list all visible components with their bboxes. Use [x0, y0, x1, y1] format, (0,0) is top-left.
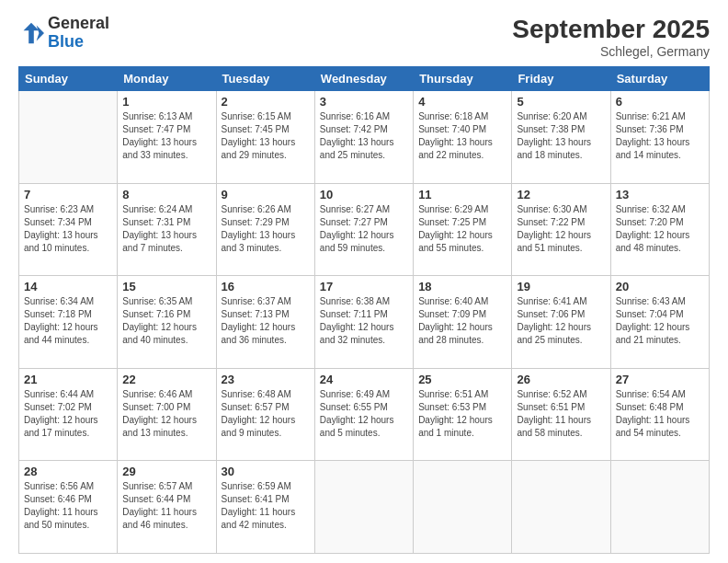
day-number: 13 [616, 188, 704, 201]
weekday-tuesday: Tuesday [216, 67, 314, 91]
calendar-cell: 2Sunrise: 6:15 AMSunset: 7:45 PMDaylight… [216, 91, 314, 184]
logo-blue: Blue [48, 32, 84, 51]
day-number: 29 [122, 465, 210, 478]
day-number: 20 [616, 280, 704, 293]
day-info: Sunrise: 6:41 AMSunset: 7:06 PMDaylight:… [517, 295, 605, 347]
calendar-cell: 20Sunrise: 6:43 AMSunset: 7:04 PMDayligh… [610, 276, 709, 369]
calendar-cell: 25Sunrise: 6:51 AMSunset: 6:53 PMDayligh… [414, 368, 512, 461]
calendar-cell: 9Sunrise: 6:26 AMSunset: 7:29 PMDaylight… [216, 183, 314, 276]
weekday-sunday: Sunday [19, 67, 118, 91]
weekday-thursday: Thursday [414, 67, 512, 91]
day-info: Sunrise: 6:13 AMSunset: 7:47 PMDaylight:… [122, 110, 210, 162]
calendar-cell [414, 461, 512, 554]
day-number: 25 [418, 373, 506, 386]
day-info: Sunrise: 6:57 AMSunset: 6:44 PMDaylight:… [122, 480, 210, 532]
day-number: 18 [418, 280, 506, 293]
calendar-cell: 7Sunrise: 6:23 AMSunset: 7:34 PMDaylight… [19, 183, 118, 276]
day-info: Sunrise: 6:30 AMSunset: 7:22 PMDaylight:… [517, 203, 605, 255]
calendar-cell: 5Sunrise: 6:20 AMSunset: 7:38 PMDaylight… [512, 91, 610, 184]
day-info: Sunrise: 6:56 AMSunset: 6:46 PMDaylight:… [24, 480, 112, 532]
day-number: 28 [24, 465, 112, 478]
logo: General Blue [18, 15, 109, 52]
day-info: Sunrise: 6:43 AMSunset: 7:04 PMDaylight:… [616, 295, 704, 347]
day-info: Sunrise: 6:18 AMSunset: 7:40 PMDaylight:… [418, 110, 506, 162]
day-info: Sunrise: 6:16 AMSunset: 7:42 PMDaylight:… [320, 110, 408, 162]
day-number: 14 [24, 280, 112, 293]
calendar-table: SundayMondayTuesdayWednesdayThursdayFrid… [18, 66, 710, 554]
day-info: Sunrise: 6:27 AMSunset: 7:27 PMDaylight:… [320, 203, 408, 255]
day-info: Sunrise: 6:32 AMSunset: 7:20 PMDaylight:… [616, 203, 704, 255]
day-info: Sunrise: 6:23 AMSunset: 7:34 PMDaylight:… [24, 203, 112, 255]
day-info: Sunrise: 6:59 AMSunset: 6:41 PMDaylight:… [222, 480, 310, 532]
day-info: Sunrise: 6:29 AMSunset: 7:25 PMDaylight:… [418, 203, 506, 255]
day-number: 10 [320, 188, 408, 201]
day-info: Sunrise: 6:54 AMSunset: 6:48 PMDaylight:… [616, 388, 704, 440]
day-number: 9 [222, 188, 310, 201]
day-number: 19 [517, 280, 605, 293]
day-info: Sunrise: 6:37 AMSunset: 7:13 PMDaylight:… [222, 295, 310, 347]
calendar-cell: 19Sunrise: 6:41 AMSunset: 7:06 PMDayligh… [512, 276, 610, 369]
weekday-saturday: Saturday [610, 67, 709, 91]
day-info: Sunrise: 6:21 AMSunset: 7:36 PMDaylight:… [616, 110, 704, 162]
calendar-week-1: 1Sunrise: 6:13 AMSunset: 7:47 PMDaylight… [19, 91, 710, 184]
day-number: 3 [320, 95, 408, 109]
svg-marker-0 [37, 25, 44, 40]
page: General Blue September 2025 Schlegel, Ge… [0, 0, 728, 563]
calendar-cell: 22Sunrise: 6:46 AMSunset: 7:00 PMDayligh… [118, 368, 216, 461]
day-number: 23 [222, 373, 310, 386]
day-number: 17 [320, 280, 408, 293]
calendar-cell [512, 461, 610, 554]
calendar-cell: 28Sunrise: 6:56 AMSunset: 6:46 PMDayligh… [19, 461, 118, 554]
calendar-cell: 26Sunrise: 6:52 AMSunset: 6:51 PMDayligh… [512, 368, 610, 461]
day-number: 12 [517, 188, 605, 201]
calendar-cell: 15Sunrise: 6:35 AMSunset: 7:16 PMDayligh… [118, 276, 216, 369]
calendar-cell: 29Sunrise: 6:57 AMSunset: 6:44 PMDayligh… [118, 461, 216, 554]
calendar-cell [314, 461, 413, 554]
day-number: 30 [222, 465, 310, 478]
calendar-cell: 3Sunrise: 6:16 AMSunset: 7:42 PMDaylight… [314, 91, 413, 184]
calendar-cell: 1Sunrise: 6:13 AMSunset: 7:47 PMDaylight… [118, 91, 216, 184]
day-number: 8 [122, 188, 210, 201]
calendar-cell: 4Sunrise: 6:18 AMSunset: 7:40 PMDaylight… [414, 91, 512, 184]
weekday-friday: Friday [512, 67, 610, 91]
month-title: September 2025 [512, 15, 710, 44]
calendar-cell: 18Sunrise: 6:40 AMSunset: 7:09 PMDayligh… [414, 276, 512, 369]
calendar-cell [19, 91, 118, 184]
calendar-cell: 27Sunrise: 6:54 AMSunset: 6:48 PMDayligh… [610, 368, 709, 461]
calendar-cell: 23Sunrise: 6:48 AMSunset: 6:57 PMDayligh… [216, 368, 314, 461]
calendar-cell: 30Sunrise: 6:59 AMSunset: 6:41 PMDayligh… [216, 461, 314, 554]
day-number: 26 [517, 373, 605, 386]
day-info: Sunrise: 6:26 AMSunset: 7:29 PMDaylight:… [222, 203, 310, 255]
day-number: 6 [616, 95, 704, 109]
day-info: Sunrise: 6:49 AMSunset: 6:55 PMDaylight:… [320, 388, 408, 440]
day-info: Sunrise: 6:46 AMSunset: 7:00 PMDaylight:… [122, 388, 210, 440]
day-info: Sunrise: 6:20 AMSunset: 7:38 PMDaylight:… [517, 110, 605, 162]
logo-icon [18, 20, 44, 46]
day-number: 15 [122, 280, 210, 293]
day-number: 24 [320, 373, 408, 386]
weekday-monday: Monday [118, 67, 216, 91]
calendar-cell: 16Sunrise: 6:37 AMSunset: 7:13 PMDayligh… [216, 276, 314, 369]
day-number: 7 [24, 188, 112, 201]
calendar-cell: 8Sunrise: 6:24 AMSunset: 7:31 PMDaylight… [118, 183, 216, 276]
calendar-cell: 10Sunrise: 6:27 AMSunset: 7:27 PMDayligh… [314, 183, 413, 276]
calendar-cell: 24Sunrise: 6:49 AMSunset: 6:55 PMDayligh… [314, 368, 413, 461]
calendar-week-2: 7Sunrise: 6:23 AMSunset: 7:34 PMDaylight… [19, 183, 710, 276]
day-number: 27 [616, 373, 704, 386]
day-info: Sunrise: 6:44 AMSunset: 7:02 PMDaylight:… [24, 388, 112, 440]
header: General Blue September 2025 Schlegel, Ge… [18, 15, 710, 59]
calendar-cell: 21Sunrise: 6:44 AMSunset: 7:02 PMDayligh… [19, 368, 118, 461]
day-number: 22 [122, 373, 210, 386]
day-info: Sunrise: 6:24 AMSunset: 7:31 PMDaylight:… [122, 203, 210, 255]
calendar-cell: 14Sunrise: 6:34 AMSunset: 7:18 PMDayligh… [19, 276, 118, 369]
calendar-cell: 12Sunrise: 6:30 AMSunset: 7:22 PMDayligh… [512, 183, 610, 276]
day-info: Sunrise: 6:40 AMSunset: 7:09 PMDaylight:… [418, 295, 506, 347]
day-info: Sunrise: 6:15 AMSunset: 7:45 PMDaylight:… [222, 110, 310, 162]
weekday-header-row: SundayMondayTuesdayWednesdayThursdayFrid… [19, 67, 710, 91]
day-number: 16 [222, 280, 310, 293]
day-info: Sunrise: 6:34 AMSunset: 7:18 PMDaylight:… [24, 295, 112, 347]
logo-text: General Blue [48, 15, 109, 52]
logo-general: General [48, 14, 109, 32]
calendar-cell [610, 461, 709, 554]
day-info: Sunrise: 6:38 AMSunset: 7:11 PMDaylight:… [320, 295, 408, 347]
